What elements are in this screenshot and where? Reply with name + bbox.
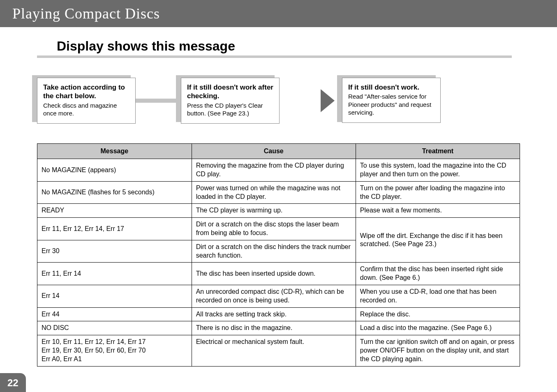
error-table: Message Cause Treatment No MAGAZINE (app… [37,143,520,367]
cell-treatment: To use this system, load the magazine in… [356,159,520,182]
cell-treatment: Confirm that the disc has been inserted … [356,263,520,285]
table-row: No MAGAZINE (flashes for 5 seconds) Powe… [37,181,520,204]
connector-2 [280,78,335,124]
cell-treatment: Please wait a few moments. [356,204,520,218]
flow-step-2-desc: Press the CD player's Clear button. (See… [187,101,273,118]
flow-step-content: If it still doesn't work after checking.… [181,78,280,124]
cell-treatment: Turn the car ignition switch off and on … [356,335,520,366]
cell-cause: All tracks are setting track skip. [192,307,356,321]
flow-step-2-title: If it still doesn't work after checking. [187,83,273,101]
flow-step-1-title: Take action according to the chart below… [43,83,129,101]
cell-cause: Power was turned on while the magazine w… [192,181,356,204]
cell-message: Err 44 [37,307,192,321]
table-row: Err 14 An unrecorded compact disc (CD-R)… [37,285,520,308]
flow-chart: Take action according to the chart below… [37,78,520,124]
flow-step-content: Take action according to the chart below… [37,78,136,124]
cell-message: Err 30 [37,240,192,263]
header-title: Playing Compact Discs [12,5,160,22]
cell-treatment: When you use a CD-R, load one that has b… [356,285,520,308]
arrow-icon [321,89,335,112]
flow-step-1: Take action according to the chart below… [37,78,136,124]
table-header-row: Message Cause Treatment [37,143,520,159]
cell-cause: The disc has been inserted upside down. [192,263,356,285]
cell-message: No MAGAZINE (appears) [37,159,192,182]
cell-treatment: Replace the disc. [356,307,520,321]
connector-1 [136,78,181,124]
cell-treatment: Load a disc into the magazine. (See Page… [356,321,520,335]
subtitle-text: Display shows this message [57,39,557,54]
cell-message: Err 14 [37,285,192,308]
table-row: READY The CD player is warming up. Pleas… [37,204,520,218]
cell-cause: Dirt or a scratch on the disc hinders th… [192,240,356,263]
table-row: Err 11, Err 14 The disc has been inserte… [37,263,520,285]
error-table-wrap: Message Cause Treatment No MAGAZINE (app… [37,143,520,367]
cell-cause: An unrecorded compact disc (CD-R), which… [192,285,356,308]
cell-message: Err 11, Err 12, Err 14, Err 17 [37,218,192,240]
flow-step-2: If it still doesn't work after checking.… [181,78,280,124]
cell-message: No MAGAZINE (flashes for 5 seconds) [37,181,192,204]
flow-step-1-desc: Check discs and magazine once more. [43,101,129,118]
header-cause: Cause [192,143,356,159]
cell-message: NO DISC [37,321,192,335]
page-number: 22 [0,373,26,392]
table-row: NO DISC There is no disc in the magazine… [37,321,520,335]
subtitle-underline [37,55,512,58]
cell-message: Err 11, Err 14 [37,263,192,285]
flow-step-3-desc: Read "After-sales service for Pioneer pr… [348,92,435,117]
cell-treatment: Turn on the power after loading the maga… [356,181,520,204]
cell-cause: Dirt or a scratch on the disc stops the … [192,218,356,240]
header-message: Message [37,143,192,159]
table-row: Err 44 All tracks are setting track skip… [37,307,520,321]
page-number-value: 22 [7,377,18,388]
cell-message: Err 10, Err 11, Err 12, Err 14, Err 17 E… [37,335,192,366]
flow-step-3: If it still doesn't work. Read "After-sa… [342,78,441,124]
table-row: No MAGAZINE (appears) Removing the magaz… [37,159,520,182]
cell-cause: There is no disc in the magazine. [192,321,356,335]
flow-step-content: If it still doesn't work. Read "After-sa… [342,78,441,123]
flow-step-3-title: If it still doesn't work. [348,83,435,92]
table-row: Err 11, Err 12, Err 14, Err 17 Dirt or a… [37,218,520,240]
cell-message: READY [37,204,192,218]
cell-treatment-merged: Wipe off the dirt. Exchange the disc if … [356,218,520,263]
cell-cause: The CD player is warming up. [192,204,356,218]
header-treatment: Treatment [356,143,520,159]
table-row: Err 10, Err 11, Err 12, Err 14, Err 17 E… [37,335,520,366]
cell-cause: Removing the magazine from the CD player… [192,159,356,182]
cell-cause: Electrical or mechanical system fault. [192,335,356,366]
connector-line [136,99,181,103]
page-header: Playing Compact Discs [0,0,557,27]
subtitle-section: Display shows this message [57,39,557,58]
